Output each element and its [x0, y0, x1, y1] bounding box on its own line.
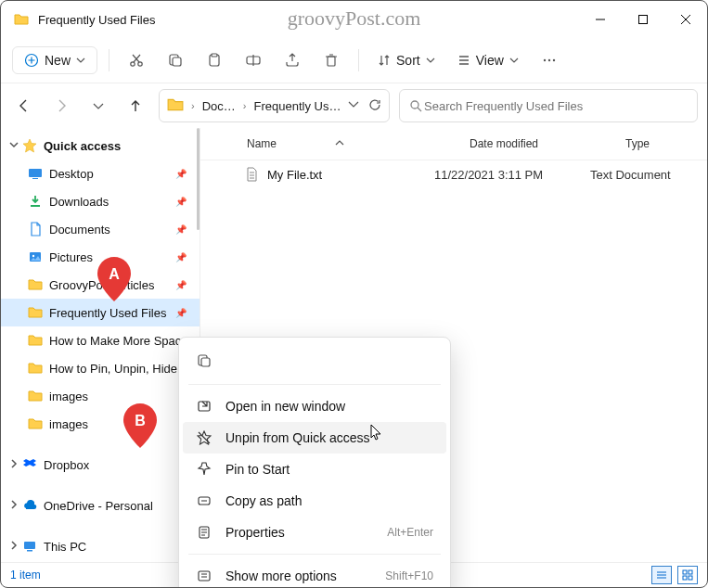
sidebar-item-label: images: [49, 390, 200, 403]
share-button[interactable]: [277, 45, 308, 76]
sidebar-item-documents[interactable]: Documents 📌: [1, 215, 200, 243]
sidebar-item-this-pc[interactable]: This PC: [1, 532, 200, 560]
command-bar: New Sort View: [1, 38, 707, 83]
up-button[interactable]: [122, 92, 149, 120]
sidebar-item-groovypost[interactable]: GroovyPost Articles 📌: [1, 271, 200, 299]
navigation-pane: Quick access Desktop 📌 Downloads 📌 Docum…: [1, 128, 200, 566]
column-type[interactable]: Type: [625, 137, 707, 150]
separator: [109, 49, 109, 71]
svg-point-7: [131, 62, 135, 66]
sidebar-item-pin-unpin[interactable]: How to Pin, Unpin, Hide: [1, 354, 200, 382]
sidebar-item-images-2[interactable]: images: [1, 410, 200, 438]
sidebar-item-label: This PC: [44, 540, 200, 554]
copy-icon[interactable]: [196, 352, 212, 369]
menu-unpin-quick-access[interactable]: Unpin from Quick access: [183, 422, 446, 454]
new-button[interactable]: New: [12, 46, 97, 74]
menu-open-new-window[interactable]: Open in new window: [183, 390, 446, 422]
show-more-icon: [196, 568, 212, 584]
sidebar-item-frequently-used[interactable]: Frequently Used Files 📌: [1, 299, 200, 326]
svg-line-10: [134, 55, 140, 62]
folder-icon: [27, 304, 44, 321]
sidebar-item-desktop[interactable]: Desktop 📌: [1, 160, 200, 187]
svg-rect-17: [328, 57, 335, 66]
navigation-row: › Doc… › Frequently Us…: [1, 83, 707, 128]
breadcrumb-parent[interactable]: Doc…: [202, 99, 236, 113]
chevron-down-icon: [509, 56, 519, 65]
folder-icon: [27, 360, 44, 377]
delete-button[interactable]: [315, 45, 347, 76]
svg-rect-29: [32, 178, 38, 179]
sidebar-item-label: Desktop: [49, 167, 175, 181]
svg-point-23: [544, 59, 546, 61]
sidebar-item-label: images: [49, 417, 200, 431]
folder-icon: [14, 12, 29, 27]
forward-button[interactable]: [47, 92, 75, 120]
svg-point-25: [553, 59, 555, 61]
search-box[interactable]: [399, 89, 698, 122]
svg-rect-42: [689, 570, 692, 574]
sidebar-item-pictures[interactable]: Pictures 📌: [1, 243, 200, 271]
expand-icon[interactable]: [6, 500, 21, 511]
svg-line-9: [133, 55, 139, 62]
expand-icon[interactable]: [6, 541, 21, 552]
folder-icon: [167, 96, 184, 116]
rename-button[interactable]: [238, 45, 269, 76]
sidebar-item-quick-access[interactable]: Quick access: [1, 132, 200, 160]
sidebar-item-label: Frequently Used Files: [49, 306, 175, 320]
separator: [188, 384, 441, 385]
item-count: 1 item: [10, 569, 41, 582]
close-button[interactable]: [664, 1, 707, 38]
sort-button[interactable]: Sort: [370, 53, 443, 68]
view-label: View: [476, 53, 504, 68]
shortcut: Shift+F10: [385, 569, 433, 582]
sidebar-item-images[interactable]: images: [1, 382, 200, 410]
sidebar-item-onedrive[interactable]: OneDrive - Personal: [1, 492, 200, 519]
pin-icon: 📌: [175, 169, 192, 179]
refresh-button[interactable]: [368, 98, 381, 114]
minimize-button[interactable]: [579, 1, 622, 38]
expand-icon[interactable]: [6, 459, 21, 470]
menu-show-more[interactable]: Show more options Shift+F10: [183, 560, 446, 588]
folder-icon: [27, 276, 44, 293]
maximize-button[interactable]: [622, 1, 664, 38]
paste-button[interactable]: [199, 45, 230, 76]
cut-button[interactable]: [121, 45, 152, 76]
menu-top-icons: [183, 343, 446, 378]
column-date[interactable]: Date modified: [470, 137, 625, 150]
recent-button[interactable]: [84, 92, 112, 120]
column-name[interactable]: Name: [200, 137, 470, 150]
pin-icon: 📌: [175, 197, 192, 207]
details-view-button[interactable]: [651, 566, 672, 584]
desktop-icon: [27, 165, 44, 182]
sidebar-item-make-space[interactable]: How to Make More Space: [1, 326, 200, 354]
view-button[interactable]: View: [450, 53, 526, 68]
window-title: Frequently Used Files: [38, 13, 155, 27]
pin-icon: [196, 461, 212, 478]
breadcrumb-current[interactable]: Frequently Us…: [253, 99, 341, 113]
sort-icon: [378, 54, 391, 67]
more-button[interactable]: [534, 45, 565, 76]
svg-rect-14: [212, 54, 217, 57]
sidebar-item-label: Quick access: [44, 139, 200, 153]
back-button[interactable]: [10, 92, 38, 120]
sidebar-item-dropbox[interactable]: Dropbox: [1, 451, 200, 479]
sidebar-item-label: How to Pin, Unpin, Hide: [49, 362, 200, 376]
address-bar[interactable]: › Doc… › Frequently Us…: [159, 89, 390, 122]
plus-circle-icon: [24, 53, 39, 68]
column-headers[interactable]: Name Date modified Type: [200, 128, 707, 160]
dropbox-icon: [21, 456, 38, 473]
menu-properties[interactable]: Properties Alt+Enter: [183, 517, 446, 548]
copy-button[interactable]: [160, 45, 191, 76]
menu-pin-to-start[interactable]: Pin to Start: [183, 454, 446, 485]
dropdown-button[interactable]: [348, 98, 359, 114]
menu-copy-as-path[interactable]: Copy as path: [183, 485, 446, 517]
sidebar-item-downloads[interactable]: Downloads 📌: [1, 187, 200, 215]
thumbnails-view-button[interactable]: [677, 566, 698, 584]
star-icon: [21, 137, 38, 154]
separator: [188, 554, 441, 555]
sidebar-item-label: How to Make More Space: [49, 334, 200, 348]
collapse-icon[interactable]: [6, 140, 21, 151]
pc-icon: [21, 538, 38, 555]
file-row[interactable]: My File.txt 11/22/2021 3:11 PM Text Docu…: [200, 160, 707, 188]
search-input[interactable]: [422, 98, 688, 114]
